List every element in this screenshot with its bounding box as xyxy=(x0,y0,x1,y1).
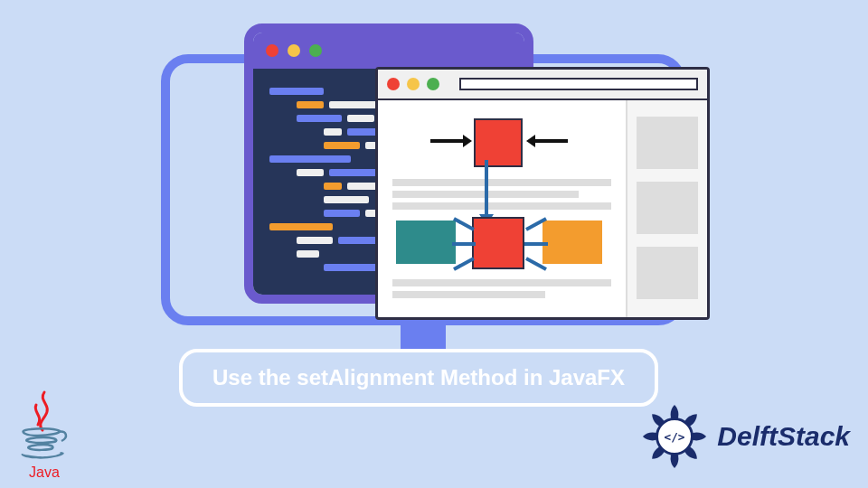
sidebar-block xyxy=(637,247,698,299)
browser-alignment-demo-window xyxy=(375,67,710,320)
delftstack-emblem-icon: </> xyxy=(639,401,710,472)
sidebar-block xyxy=(637,117,698,169)
svg-line-8 xyxy=(454,258,474,269)
content-line xyxy=(392,279,611,286)
java-cup-icon xyxy=(13,387,76,468)
traffic-light-red-icon xyxy=(266,44,278,57)
aligned-box-orange xyxy=(542,221,602,264)
code-editor-titlebar xyxy=(253,33,524,69)
content-line xyxy=(392,202,611,210)
title-banner: Use the setAlignment Method in JavaFX xyxy=(179,349,658,407)
delftstack-logo: </> DelftStack xyxy=(639,401,850,472)
delftstack-logo-text: DelftStack xyxy=(717,421,850,452)
aligned-box-red-center xyxy=(472,217,524,269)
traffic-light-green-icon xyxy=(309,44,322,57)
svg-line-9 xyxy=(526,219,546,230)
browser-main-content xyxy=(378,100,626,320)
sidebar-block xyxy=(637,182,698,234)
java-logo-text: Java xyxy=(29,465,60,481)
content-line xyxy=(392,291,545,298)
title-text: Use the setAlignment Method in JavaFX xyxy=(212,365,625,389)
svg-marker-1 xyxy=(463,135,472,147)
svg-marker-3 xyxy=(526,135,535,147)
content-line xyxy=(392,179,611,186)
traffic-light-yellow-icon xyxy=(288,44,300,57)
browser-body xyxy=(378,100,707,320)
svg-line-11 xyxy=(526,258,546,269)
browser-titlebar xyxy=(378,70,707,100)
java-logo: Java xyxy=(13,387,76,481)
browser-sidebar xyxy=(626,100,707,320)
traffic-light-yellow-icon xyxy=(407,78,420,90)
burst-lines-right-icon xyxy=(523,213,550,275)
svg-line-6 xyxy=(454,219,474,230)
arrow-left-icon xyxy=(526,133,570,149)
address-bar xyxy=(459,78,698,90)
traffic-light-red-icon xyxy=(387,78,400,90)
aligned-box-teal xyxy=(396,221,456,264)
burst-lines-left-icon xyxy=(450,213,477,275)
svg-text:</>: </> xyxy=(665,430,685,444)
traffic-light-green-icon xyxy=(427,78,439,90)
arrow-right-icon xyxy=(429,133,472,149)
